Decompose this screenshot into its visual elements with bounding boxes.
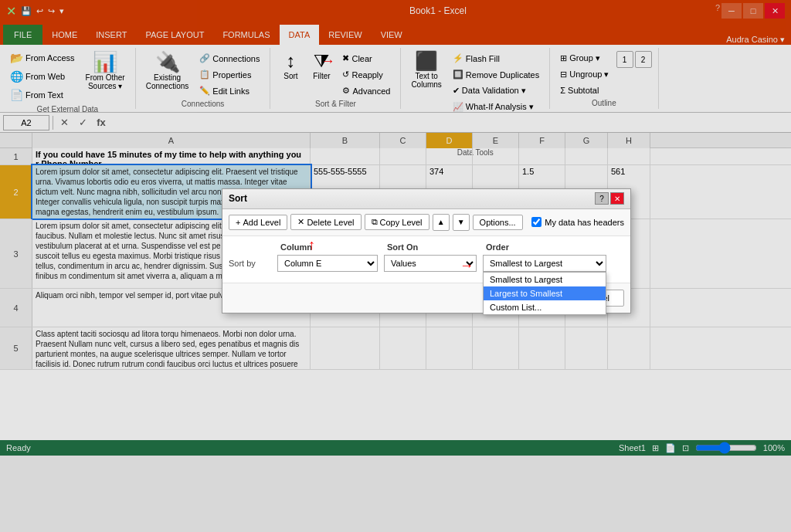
sort-by-label: Sort by <box>229 259 271 268</box>
order-dropdown-list: Smallest to Largest Largest to Smallest … <box>483 272 606 315</box>
copy-level-btn[interactable]: ⧉ Copy Level <box>365 214 429 230</box>
move-up-btn[interactable]: ▲ <box>433 214 450 231</box>
dialog-body: Column Sort On Order Sort by ↑ Column E … <box>222 236 630 283</box>
column-header: Column <box>280 242 381 252</box>
dialog-title: Sort <box>229 193 247 204</box>
copy-icon: ⧉ <box>372 217 378 227</box>
order-header: Order <box>486 242 609 252</box>
column-select[interactable]: Column E Column A Column B Column C Colu… <box>277 255 378 272</box>
sort-on-header: Sort On <box>387 242 480 252</box>
order-select[interactable]: Smallest to Largest <box>483 255 606 272</box>
dialog-title-bar: Sort ? ✕ <box>222 189 630 209</box>
dialog-overlay: Sort ? ✕ + Add Level ✕ Delete Level ⧉ Co… <box>0 0 791 532</box>
order-option-largest[interactable]: Largest to Smallest <box>484 286 606 300</box>
red-arrow-right-icon: → <box>460 258 474 274</box>
delete-level-btn[interactable]: ✕ Delete Level <box>290 214 361 230</box>
move-down-btn[interactable]: ▼ <box>453 214 470 231</box>
dialog-help-btn[interactable]: ? <box>595 192 609 205</box>
add-icon: + <box>236 218 240 227</box>
delete-icon: ✕ <box>297 217 304 227</box>
order-select-container: Smallest to Largest Smallest to Largest … <box>483 255 606 272</box>
order-option-smallest[interactable]: Smallest to Largest <box>484 273 606 286</box>
options-btn[interactable]: Options... <box>473 215 523 230</box>
add-level-btn[interactable]: + Add Level <box>229 215 287 230</box>
my-data-headers-checkbox[interactable] <box>531 217 541 227</box>
dialog-close-btn[interactable]: ✕ <box>610 192 624 205</box>
sort-dialog: Sort ? ✕ + Add Level ✕ Delete Level ⧉ Co… <box>222 188 631 313</box>
my-data-headers-container: My data has headers <box>531 217 624 227</box>
sort-row: Sort by ↑ Column E Column A Column B Col… <box>229 255 624 272</box>
dialog-toolbar: + Add Level ✕ Delete Level ⧉ Copy Level … <box>222 209 630 236</box>
red-arrow-up-icon: ↑ <box>308 237 315 253</box>
column-select-container: ↑ Column E Column A Column B Column C Co… <box>277 255 378 272</box>
order-option-custom[interactable]: Custom List... <box>484 300 606 314</box>
